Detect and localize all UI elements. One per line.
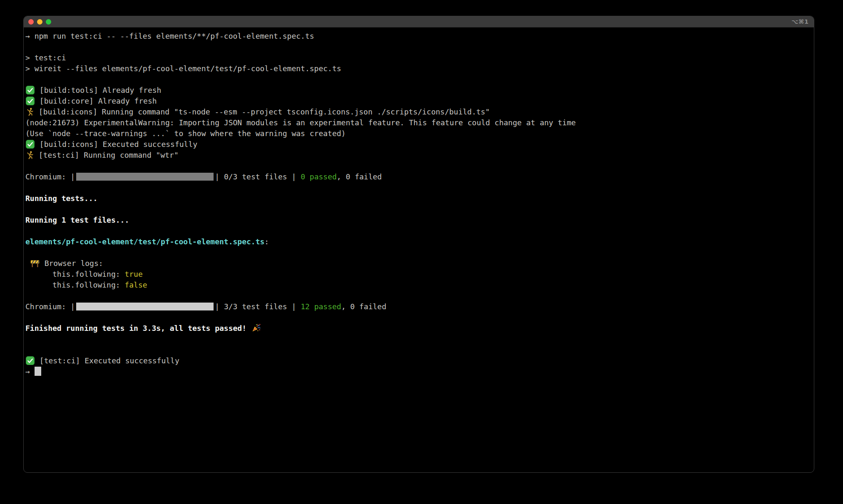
terminal-line: [25, 226, 811, 236]
text-segment: | 3/3 test files |: [215, 302, 301, 311]
terminal-line: [test:ci] Running command "wtr": [25, 150, 811, 161]
terminal-output[interactable]: → npm run test:ci -- --files elements/**…: [24, 27, 814, 377]
terminal-line: this.following: false: [25, 280, 811, 290]
progress-bar: [76, 303, 214, 310]
terminal-line: [build:icons] Executed successfully: [25, 139, 811, 150]
terminal-cursor: [35, 367, 41, 376]
check-icon: [26, 97, 35, 105]
terminal-line: Chromium: || 0/3 test files | 0 passed, …: [25, 171, 811, 182]
titlebar[interactable]: ⌥⌘1: [24, 16, 814, 27]
zoom-button[interactable]: [46, 19, 51, 25]
check-icon: [26, 86, 35, 94]
text-segment: [build:icons] Running command "ts-node -…: [34, 107, 490, 116]
window-shortcut-badge: ⌥⌘1: [791, 18, 809, 25]
text-segment: [build:tools] Already fresh: [35, 86, 161, 94]
text-segment: [25, 259, 30, 268]
progress-bar: [76, 173, 214, 181]
minimize-button[interactable]: [37, 19, 42, 25]
terminal-line: →: [25, 366, 811, 377]
text-segment: > wireit --files elements/pf-cool-elemen…: [25, 64, 341, 73]
terminal-line: this.following: true: [25, 269, 811, 280]
text-segment: [test:ci] Executed successfully: [35, 356, 179, 365]
text-segment: (node:21673) ExperimentalWarning: Import…: [25, 118, 576, 127]
terminal-line: > test:ci: [25, 52, 811, 63]
desktop-background: ⌥⌘1 → npm run test:ci -- --files element…: [0, 0, 843, 504]
text-segment: | 0/3 test files |: [215, 172, 301, 181]
terminal-line: [25, 204, 811, 215]
party-icon: [251, 323, 261, 333]
text-segment: [test:ci] Running command "wtr": [34, 151, 179, 159]
text-segment: Finished running tests in 3.3s, all test…: [25, 324, 251, 333]
terminal-line: [build:tools] Already fresh: [25, 85, 811, 96]
terminal-line: Browser logs:: [25, 258, 811, 269]
terminal-line: Running 1 test files...: [25, 215, 811, 226]
text-segment: 12 passed: [301, 302, 341, 311]
text-segment: → npm run test:ci -- --files elements/**…: [25, 32, 314, 40]
terminal-line: [25, 247, 811, 258]
terminal-line: Chromium: || 3/3 test files | 12 passed,…: [25, 301, 811, 312]
text-segment: Running tests...: [25, 194, 97, 203]
text-segment: elements/pf-cool-element/test/pf-cool-el…: [25, 237, 264, 246]
terminal-line: [25, 182, 811, 193]
terminal-line: [25, 334, 811, 345]
check-icon: [26, 356, 35, 365]
terminal-line: elements/pf-cool-element/test/pf-cool-el…: [25, 236, 811, 247]
text-segment: > test:ci: [25, 53, 66, 62]
text-segment: Running 1 test files...: [25, 216, 129, 224]
terminal-line: [25, 345, 811, 355]
text-segment: :: [264, 237, 269, 246]
text-segment: , 0 failed: [341, 302, 386, 311]
check-icon: [26, 140, 35, 149]
terminal-line: Running tests...: [25, 193, 811, 204]
text-segment: 0 passed: [301, 172, 337, 181]
terminal-line: [25, 161, 811, 171]
runner-icon: [26, 107, 34, 116]
text-segment: true: [124, 270, 142, 278]
terminal-line: [25, 290, 811, 301]
traffic-lights: [28, 19, 51, 25]
text-segment: Chromium: |: [25, 172, 75, 181]
terminal-line: [25, 42, 811, 52]
text-segment: [build:icons] Executed successfully: [35, 140, 197, 149]
text-segment: (Use `node --trace-warnings ...` to show…: [25, 129, 346, 138]
terminal-line: (Use `node --trace-warnings ...` to show…: [25, 128, 811, 139]
text-segment: →: [25, 367, 35, 376]
text-segment: this.following:: [25, 281, 124, 289]
text-segment: Chromium: |: [25, 302, 75, 311]
terminal-line: [test:ci] Executed successfully: [25, 355, 811, 366]
text-segment: [build:core] Already fresh: [35, 97, 157, 105]
terminal-window: ⌥⌘1 → npm run test:ci -- --files element…: [23, 16, 814, 473]
terminal-line: Finished running tests in 3.3s, all test…: [25, 323, 811, 334]
terminal-line: [25, 312, 811, 323]
runner-icon: [26, 151, 34, 159]
text-segment: Browser logs:: [40, 259, 103, 268]
construction-icon: [30, 259, 40, 268]
text-segment: , 0 failed: [337, 172, 382, 181]
text-segment: false: [124, 281, 147, 289]
terminal-line: → npm run test:ci -- --files elements/**…: [25, 31, 811, 42]
terminal-line: (node:21673) ExperimentalWarning: Import…: [25, 117, 811, 128]
terminal-line: [build:icons] Running command "ts-node -…: [25, 107, 811, 117]
close-button[interactable]: [28, 19, 34, 25]
terminal-line: [build:core] Already fresh: [25, 96, 811, 107]
terminal-line: [25, 74, 811, 85]
text-segment: this.following:: [25, 270, 124, 278]
terminal-line: > wireit --files elements/pf-cool-elemen…: [25, 63, 811, 74]
